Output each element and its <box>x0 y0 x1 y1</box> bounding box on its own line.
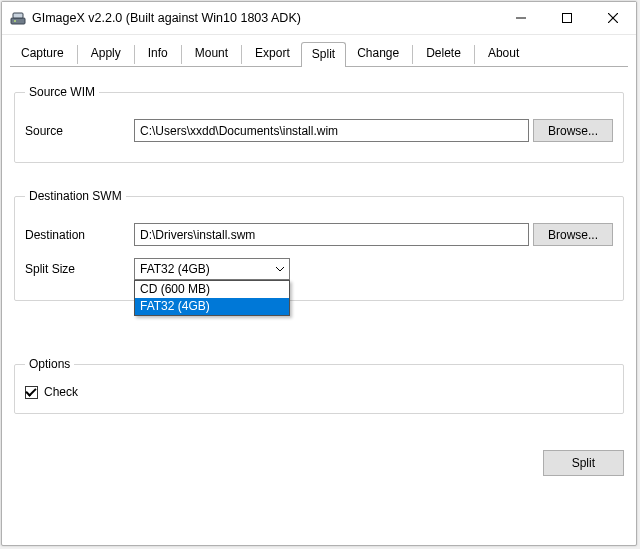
source-browse-button[interactable]: Browse... <box>533 119 613 142</box>
tab-about[interactable]: About <box>477 41 530 66</box>
tab-separator <box>241 45 242 64</box>
split-size-dropdown-list: CD (600 MB)FAT32 (4GB) <box>134 280 290 316</box>
app-icon <box>10 10 26 26</box>
split-size-option[interactable]: FAT32 (4GB) <box>135 298 289 315</box>
check-checkbox[interactable] <box>25 386 38 399</box>
minimize-button[interactable] <box>498 3 544 33</box>
destination-browse-button[interactable]: Browse... <box>533 223 613 246</box>
app-window: GImageX v2.2.0 (Built against Win10 1803… <box>1 1 637 546</box>
svg-rect-0 <box>11 18 25 24</box>
groupbox-options-legend: Options <box>25 357 74 371</box>
window-title: GImageX v2.2.0 (Built against Win10 1803… <box>32 11 498 25</box>
source-input[interactable] <box>134 119 529 142</box>
groupbox-source-wim-legend: Source WIM <box>25 85 99 99</box>
tab-mount[interactable]: Mount <box>184 41 239 66</box>
tab-strip: CaptureApplyInfoMountExportSplitChangeDe… <box>2 35 636 66</box>
svg-rect-1 <box>13 13 23 18</box>
tab-split[interactable]: Split <box>301 42 346 67</box>
split-size-label: Split Size <box>25 262 130 276</box>
split-size-value: FAT32 (4GB) <box>135 262 270 276</box>
tab-separator <box>474 45 475 64</box>
groupbox-destination-swm: Destination SWM Destination Browse... Sp… <box>14 189 624 301</box>
tab-delete[interactable]: Delete <box>415 41 472 66</box>
source-label: Source <box>25 124 130 138</box>
split-button[interactable]: Split <box>543 450 624 476</box>
tab-apply[interactable]: Apply <box>80 41 132 66</box>
tab-separator <box>134 45 135 64</box>
tab-change[interactable]: Change <box>346 41 410 66</box>
svg-rect-4 <box>563 14 572 23</box>
tab-separator <box>412 45 413 64</box>
chevron-down-icon <box>270 259 289 279</box>
groupbox-destination-swm-legend: Destination SWM <box>25 189 126 203</box>
destination-input[interactable] <box>134 223 529 246</box>
tab-separator <box>77 45 78 64</box>
client-area: Source WIM Source Browse... Destination … <box>2 67 636 546</box>
title-bar: GImageX v2.2.0 (Built against Win10 1803… <box>2 2 636 35</box>
destination-label: Destination <box>25 228 130 242</box>
tab-capture[interactable]: Capture <box>10 41 75 66</box>
svg-point-2 <box>14 20 16 22</box>
split-size-option[interactable]: CD (600 MB) <box>135 281 289 298</box>
close-button[interactable] <box>590 3 636 33</box>
maximize-button[interactable] <box>544 3 590 33</box>
tab-info[interactable]: Info <box>137 41 179 66</box>
tab-export[interactable]: Export <box>244 41 301 66</box>
groupbox-options: Options Check <box>14 357 624 414</box>
tab-separator <box>181 45 182 64</box>
split-size-combobox[interactable]: FAT32 (4GB) <box>134 258 290 280</box>
groupbox-source-wim: Source WIM Source Browse... <box>14 85 624 163</box>
check-label: Check <box>44 385 78 399</box>
